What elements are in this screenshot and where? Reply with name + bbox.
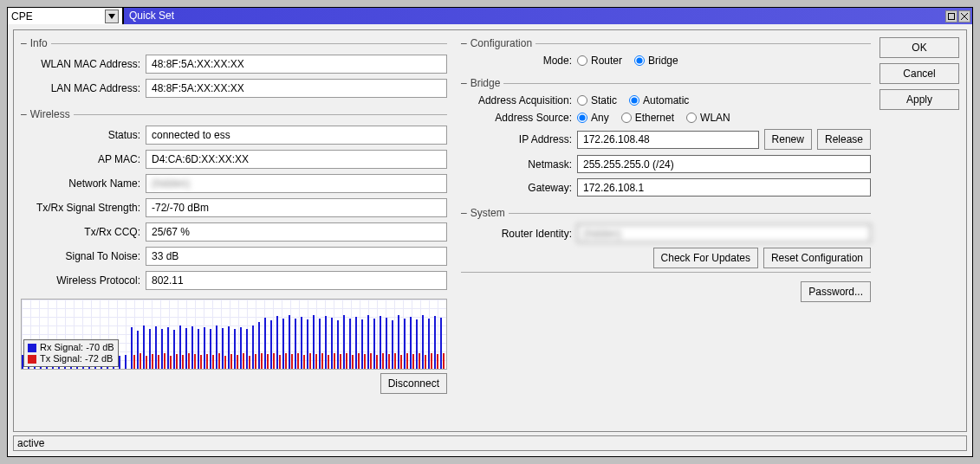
system-header: –System bbox=[461, 207, 871, 219]
quickset-window: CPE Quick Set –Info WLAN MAC Address bbox=[7, 7, 973, 457]
acq-automatic-radio[interactable]: Automatic bbox=[629, 94, 689, 106]
network-name-value: (hidden) bbox=[146, 174, 447, 193]
window-maximize-button[interactable] bbox=[945, 10, 957, 23]
chart-legend: Rx Signal: -70 dB Tx Signal: -72 dB bbox=[23, 339, 119, 367]
lan-mac-label: LAN MAC Address: bbox=[21, 82, 140, 94]
mode-router-radio[interactable]: Router bbox=[577, 55, 622, 67]
ccq-row: Tx/Rx CCQ: 25/67 % bbox=[21, 222, 447, 242]
protocol-value: 802.11 bbox=[146, 271, 447, 290]
reset-config-button[interactable]: Reset Configuration bbox=[763, 248, 871, 268]
mode-dropdown-value: CPE bbox=[11, 10, 33, 23]
ip-input[interactable] bbox=[577, 131, 759, 149]
network-name-row: Network Name: (hidden) bbox=[21, 174, 447, 193]
ap-mac-row: AP MAC: D4:CA:6D:XX:XX:XX bbox=[21, 150, 447, 169]
acq-label: Address Acquisition: bbox=[461, 94, 572, 106]
renew-button[interactable]: Renew bbox=[764, 129, 812, 150]
password-button[interactable]: Password... bbox=[801, 281, 871, 302]
snr-value: 33 dB bbox=[146, 247, 447, 266]
lan-mac-value: 48:8F:5A:XX:XX:XX bbox=[146, 79, 447, 98]
netmask-input[interactable] bbox=[577, 155, 871, 173]
network-name-label: Network Name: bbox=[21, 177, 140, 190]
legend-tx-swatch-icon bbox=[28, 355, 36, 364]
src-any-radio[interactable]: Any bbox=[577, 112, 609, 124]
wireless-header: –Wireless bbox=[21, 108, 447, 120]
status-label: Status: bbox=[21, 129, 140, 141]
ccq-value: 25/67 % bbox=[146, 222, 447, 242]
ok-button[interactable]: OK bbox=[879, 37, 959, 58]
src-wlan-radio[interactable]: WLAN bbox=[686, 112, 730, 124]
netmask-label: Netmask: bbox=[461, 158, 572, 171]
ip-label: IP Address: bbox=[461, 133, 572, 145]
mode-bridge-radio[interactable]: Bridge bbox=[634, 55, 678, 67]
divider bbox=[461, 272, 871, 273]
identity-label: Router Identity: bbox=[461, 228, 572, 240]
configuration-header: –Configuration bbox=[461, 37, 871, 49]
gateway-input[interactable] bbox=[577, 178, 871, 197]
src-radio-group: Any Ethernet WLAN bbox=[577, 112, 739, 124]
mode-dropdown[interactable]: CPE bbox=[8, 8, 124, 24]
signal-strength-label: Tx/Rx Signal Strength: bbox=[21, 202, 140, 214]
left-column: –Info WLAN MAC Address: 48:8F:5A:XX:XX:X… bbox=[14, 30, 456, 431]
signal-strength-row: Tx/Rx Signal Strength: -72/-70 dBm bbox=[21, 198, 447, 217]
signal-strength-value: -72/-70 dBm bbox=[146, 198, 447, 217]
window-title: Quick Set bbox=[124, 8, 179, 24]
check-updates-button[interactable]: Check For Updates bbox=[653, 248, 758, 268]
legend-rx-swatch-icon bbox=[28, 344, 36, 352]
ccq-label: Tx/Rx CCQ: bbox=[21, 226, 140, 238]
snr-row: Signal To Noise: 33 dB bbox=[21, 247, 447, 266]
ip-row: IP Address: Renew Release bbox=[461, 129, 871, 150]
release-button[interactable]: Release bbox=[817, 129, 871, 150]
src-label: Address Source: bbox=[461, 112, 572, 124]
gateway-row: Gateway: bbox=[461, 178, 871, 197]
protocol-label: Wireless Protocol: bbox=[21, 274, 140, 287]
src-ethernet-radio[interactable]: Ethernet bbox=[621, 112, 674, 124]
svg-marker-0 bbox=[108, 14, 115, 19]
statusbar: active bbox=[13, 435, 967, 451]
wlan-mac-label: WLAN MAC Address: bbox=[21, 58, 140, 70]
wlan-mac-row: WLAN MAC Address: 48:8F:5A:XX:XX:XX bbox=[21, 55, 447, 74]
identity-row: Router Identity: bbox=[461, 224, 871, 242]
main-panel: –Info WLAN MAC Address: 48:8F:5A:XX:XX:X… bbox=[13, 29, 967, 432]
status-row: Status: connected to ess bbox=[21, 126, 447, 145]
lan-mac-row: LAN MAC Address: 48:8F:5A:XX:XX:XX bbox=[21, 79, 447, 98]
ap-mac-value: D4:CA:6D:XX:XX:XX bbox=[146, 150, 447, 169]
window-close-button[interactable] bbox=[958, 10, 970, 23]
gateway-label: Gateway: bbox=[461, 182, 572, 194]
right-column: –Configuration Mode: Router Bridge –Brid bbox=[456, 30, 879, 431]
window-controls bbox=[944, 8, 972, 24]
mode-radio-group: Router Bridge bbox=[577, 55, 687, 67]
legend-rx-label: Rx Signal: -70 dB bbox=[40, 342, 114, 353]
system-buttons-row: Check For Updates Reset Configuration bbox=[461, 248, 871, 268]
acq-radio-group: Static Automatic bbox=[577, 94, 698, 106]
mode-label: Mode: bbox=[461, 55, 572, 67]
dropdown-arrow-icon[interactable] bbox=[105, 10, 119, 23]
acq-static-radio[interactable]: Static bbox=[577, 94, 617, 106]
wlan-mac-value: 48:8F:5A:XX:XX:XX bbox=[146, 55, 447, 74]
signal-chart: Rx Signal: -70 dB Tx Signal: -72 dB bbox=[21, 299, 447, 370]
netmask-row: Netmask: bbox=[461, 155, 871, 173]
src-row: Address Source: Any Ethernet WLAN bbox=[461, 112, 871, 124]
identity-input[interactable] bbox=[577, 224, 871, 242]
bridge-header: –Bridge bbox=[461, 77, 871, 89]
svg-rect-1 bbox=[949, 13, 955, 19]
mode-row: Mode: Router Bridge bbox=[461, 55, 871, 67]
info-header: –Info bbox=[21, 37, 447, 49]
status-value: connected to ess bbox=[146, 126, 447, 145]
cancel-button[interactable]: Cancel bbox=[879, 63, 959, 84]
protocol-row: Wireless Protocol: 802.11 bbox=[21, 271, 447, 290]
action-column: OK Cancel Apply bbox=[879, 30, 966, 431]
acq-row: Address Acquisition: Static Automatic bbox=[461, 94, 871, 106]
apply-button[interactable]: Apply bbox=[879, 89, 959, 110]
disconnect-button[interactable]: Disconnect bbox=[380, 373, 447, 394]
ap-mac-label: AP MAC: bbox=[21, 153, 140, 165]
legend-tx-label: Tx Signal: -72 dB bbox=[40, 353, 113, 364]
client-area: –Info WLAN MAC Address: 48:8F:5A:XX:XX:X… bbox=[8, 24, 972, 456]
password-row: Password... bbox=[461, 281, 871, 302]
titlebar: CPE Quick Set bbox=[8, 8, 972, 24]
statusbar-text: active bbox=[17, 437, 44, 449]
snr-label: Signal To Noise: bbox=[21, 250, 140, 262]
